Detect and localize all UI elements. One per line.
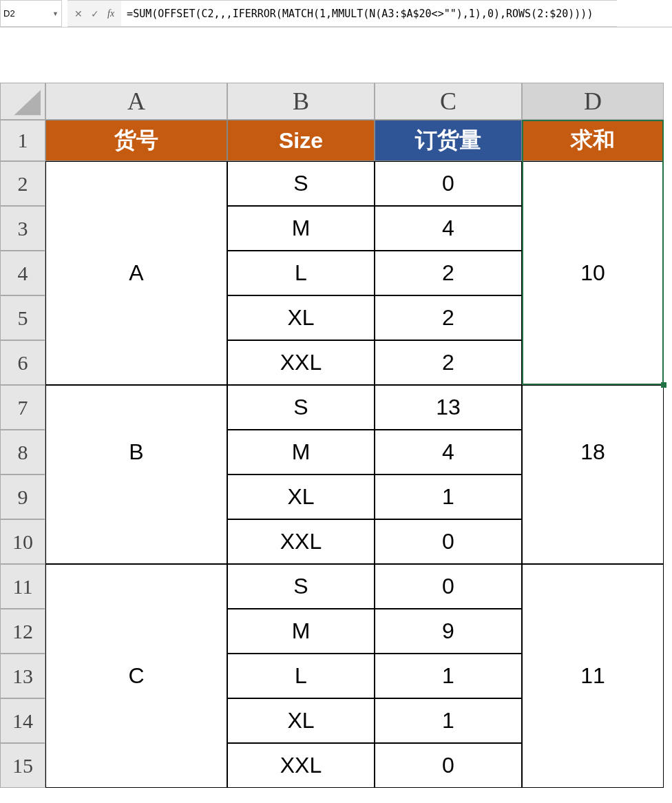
- row-header-15[interactable]: 15: [0, 743, 45, 788]
- cell-D6[interactable]: [522, 340, 664, 385]
- cell-A11[interactable]: [45, 564, 227, 609]
- cell-D15[interactable]: [522, 743, 664, 788]
- cell-B10[interactable]: XXL: [227, 519, 375, 564]
- row-header-5[interactable]: 5: [0, 295, 45, 340]
- cell-C10[interactable]: 0: [375, 519, 522, 564]
- row-header-9[interactable]: 9: [0, 474, 45, 519]
- cell-B6[interactable]: XXL: [227, 340, 375, 385]
- row-header-8[interactable]: 8: [0, 430, 45, 474]
- cell-D3[interactable]: [522, 206, 664, 251]
- dropdown-icon[interactable]: ▼: [52, 10, 59, 17]
- cell-B15[interactable]: XXL: [227, 743, 375, 788]
- cell-A14[interactable]: [45, 698, 227, 743]
- cell-D12[interactable]: [522, 609, 664, 654]
- cell-C12[interactable]: 9: [375, 609, 522, 654]
- spreadsheet-grid: A B C D 1 货号 Size 订货量 求和 2 S 0 3 M 4 4 A…: [0, 83, 672, 788]
- cell-D7[interactable]: [522, 385, 664, 430]
- cell-B14[interactable]: XL: [227, 698, 375, 743]
- cell-D10[interactable]: [522, 519, 664, 564]
- cell-A6[interactable]: [45, 340, 227, 385]
- cell-B5[interactable]: XL: [227, 295, 375, 340]
- cell-B11[interactable]: S: [227, 564, 375, 609]
- formula-input[interactable]: =SUM(OFFSET(C2,,,IFERROR(MATCH(1,MMULT(N…: [121, 0, 617, 27]
- cell-D13[interactable]: 11: [522, 654, 664, 698]
- cell-A8[interactable]: B: [45, 430, 227, 474]
- confirm-icon[interactable]: ✓: [91, 8, 99, 19]
- cell-A9[interactable]: [45, 474, 227, 519]
- header-cell-C1[interactable]: 订货量: [375, 120, 522, 161]
- cell-A10[interactable]: [45, 519, 227, 564]
- cell-D4[interactable]: 10: [522, 251, 664, 295]
- cell-C9[interactable]: 1: [375, 474, 522, 519]
- row-header-6[interactable]: 6: [0, 340, 45, 385]
- name-box[interactable]: D2 ▼: [0, 0, 62, 27]
- row-header-4[interactable]: 4: [0, 251, 45, 295]
- cell-C8[interactable]: 4: [375, 430, 522, 474]
- row-header-14[interactable]: 14: [0, 698, 45, 743]
- cell-B2[interactable]: S: [227, 161, 375, 206]
- header-cell-A1[interactable]: 货号: [45, 120, 227, 161]
- cell-C14[interactable]: 1: [375, 698, 522, 743]
- cell-B7[interactable]: S: [227, 385, 375, 430]
- cell-D14[interactable]: [522, 698, 664, 743]
- select-all-corner[interactable]: [0, 83, 45, 120]
- cell-C2[interactable]: 0: [375, 161, 522, 206]
- column-header-D[interactable]: D: [522, 83, 664, 120]
- formula-bar-buttons: ✕ ✓ fx: [67, 0, 121, 27]
- column-header-A[interactable]: A: [45, 83, 227, 120]
- cell-C11[interactable]: 0: [375, 564, 522, 609]
- cell-C5[interactable]: 2: [375, 295, 522, 340]
- cell-B13[interactable]: L: [227, 654, 375, 698]
- cell-B4[interactable]: L: [227, 251, 375, 295]
- formula-bar-extension: [617, 0, 672, 27]
- cell-A13[interactable]: C: [45, 654, 227, 698]
- cell-D9[interactable]: [522, 474, 664, 519]
- cell-A3[interactable]: [45, 206, 227, 251]
- svg-marker-0: [14, 90, 41, 116]
- cell-D11[interactable]: [522, 564, 664, 609]
- cell-D2[interactable]: [522, 161, 664, 206]
- cell-C15[interactable]: 0: [375, 743, 522, 788]
- cell-A4[interactable]: A: [45, 251, 227, 295]
- row-header-10[interactable]: 10: [0, 519, 45, 564]
- cell-B3[interactable]: M: [227, 206, 375, 251]
- cell-C6[interactable]: 2: [375, 340, 522, 385]
- row-header-7[interactable]: 7: [0, 385, 45, 430]
- formula-bar: D2 ▼ ✕ ✓ fx =SUM(OFFSET(C2,,,IFERROR(MAT…: [0, 0, 672, 28]
- name-box-value: D2: [3, 8, 15, 19]
- cell-C13[interactable]: 1: [375, 654, 522, 698]
- header-cell-B1[interactable]: Size: [227, 120, 375, 161]
- row-header-1[interactable]: 1: [0, 120, 45, 161]
- fx-icon[interactable]: fx: [107, 8, 114, 19]
- cell-B12[interactable]: M: [227, 609, 375, 654]
- cell-D8[interactable]: 18: [522, 430, 664, 474]
- cell-C7[interactable]: 13: [375, 385, 522, 430]
- row-header-12[interactable]: 12: [0, 609, 45, 654]
- column-header-C[interactable]: C: [375, 83, 522, 120]
- cell-A2[interactable]: [45, 161, 227, 206]
- formula-text: =SUM(OFFSET(C2,,,IFERROR(MATCH(1,MMULT(N…: [127, 8, 593, 20]
- cell-A15[interactable]: [45, 743, 227, 788]
- row-header-2[interactable]: 2: [0, 161, 45, 206]
- cancel-icon[interactable]: ✕: [74, 8, 83, 19]
- cell-C3[interactable]: 4: [375, 206, 522, 251]
- cell-A7[interactable]: [45, 385, 227, 430]
- row-header-13[interactable]: 13: [0, 654, 45, 698]
- row-header-11[interactable]: 11: [0, 564, 45, 609]
- column-header-B[interactable]: B: [227, 83, 375, 120]
- header-cell-D1[interactable]: 求和: [522, 120, 664, 161]
- cell-B9[interactable]: XL: [227, 474, 375, 519]
- cell-B8[interactable]: M: [227, 430, 375, 474]
- cell-A12[interactable]: [45, 609, 227, 654]
- row-header-3[interactable]: 3: [0, 206, 45, 251]
- cell-A5[interactable]: [45, 295, 227, 340]
- spacer: [0, 28, 672, 83]
- cell-D5[interactable]: [522, 295, 664, 340]
- cell-C4[interactable]: 2: [375, 251, 522, 295]
